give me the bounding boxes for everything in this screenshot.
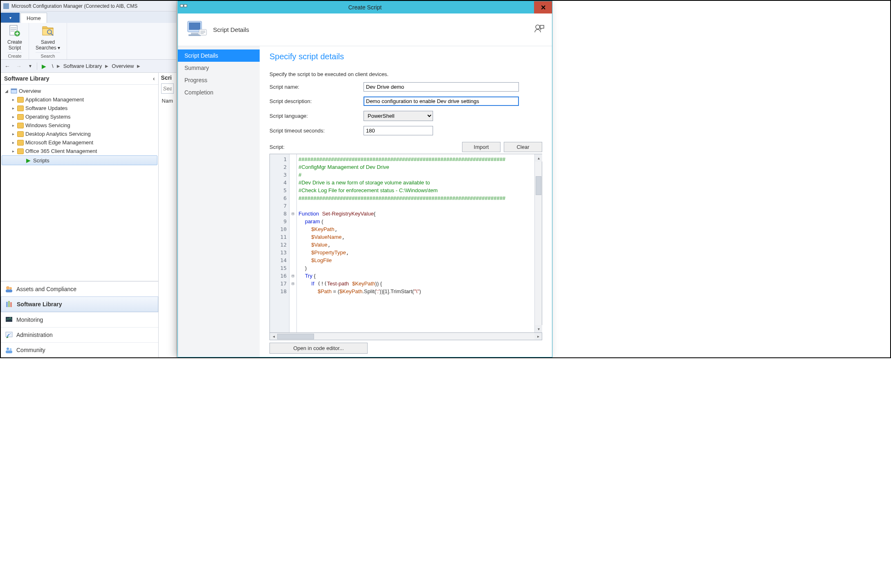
folder-icon xyxy=(17,123,24,128)
tree-node[interactable]: ▸Office 365 Client Management xyxy=(2,147,157,155)
svg-rect-5 xyxy=(11,89,17,90)
svg-point-7 xyxy=(9,287,12,290)
crumb-software-library[interactable]: Software Library xyxy=(62,63,104,69)
svg-rect-16 xyxy=(6,350,12,353)
wunder-monitoring[interactable]: Monitoring xyxy=(1,312,158,327)
create-script-button[interactable]: Create Script xyxy=(7,39,22,51)
nav-history-button[interactable]: ▼ xyxy=(25,61,35,71)
step-summary[interactable]: Summary xyxy=(178,62,260,74)
editor-code[interactable]: ########################################… xyxy=(297,154,534,332)
editor-vscrollbar[interactable]: ▴ ▾ xyxy=(534,154,542,332)
wunder-software-library[interactable]: Software Library xyxy=(1,296,158,312)
file-menu-button[interactable] xyxy=(1,13,20,23)
svg-rect-22 xyxy=(189,34,201,36)
expand-icon[interactable]: ▸ xyxy=(11,149,16,153)
folder-icon xyxy=(17,140,24,146)
wunder-community[interactable]: Community xyxy=(1,342,158,357)
wunder-assets[interactable]: Assets and Compliance xyxy=(1,281,158,296)
tab-home[interactable]: Home xyxy=(20,13,47,23)
ribbon-tabbar: Home xyxy=(1,11,176,23)
svg-point-15 xyxy=(10,348,12,350)
script-timeout-input[interactable] xyxy=(364,126,433,135)
folder-icon xyxy=(17,97,24,103)
step-script-details[interactable]: Script Details xyxy=(178,49,260,62)
nav-back-button[interactable]: ← xyxy=(2,61,12,71)
expand-icon[interactable]: ▸ xyxy=(11,140,16,145)
crumb-overview[interactable]: Overview xyxy=(110,63,135,69)
nav-tree[interactable]: ◢ Overview ▸Application Management ▸Soft… xyxy=(1,85,158,281)
tree-node-overview[interactable]: ◢ Overview xyxy=(2,86,157,95)
app-icon xyxy=(3,3,9,9)
content-heading: Specify script details xyxy=(269,52,542,61)
scroll-thumb[interactable] xyxy=(536,176,541,195)
nav-separator xyxy=(37,63,37,70)
create-script-dialog: Create Script ✕ Script Details Script De… xyxy=(177,1,552,357)
wunder-label: Community xyxy=(16,347,45,353)
crumb-root[interactable]: \ xyxy=(50,63,55,69)
tree-label: Operating Systems xyxy=(25,114,71,120)
wizard-steps: Script Details Summary Progress Completi… xyxy=(178,46,260,357)
expand-icon[interactable]: ◢ xyxy=(4,89,9,93)
script-editor[interactable]: 1 2 3 4 5 6 7 8 9 10 11 12 13 14 15 16 1… xyxy=(269,154,542,333)
expand-icon[interactable]: ▸ xyxy=(11,97,16,102)
dialog-titlebar[interactable]: Create Script ✕ xyxy=(178,1,552,13)
saved-searches-icon xyxy=(41,25,54,38)
step-completion[interactable]: Completion xyxy=(178,86,260,99)
collapse-pane-icon[interactable]: ‹ xyxy=(153,75,155,82)
nav-tree-header: Software Library ‹ xyxy=(1,73,158,85)
script-language-select[interactable]: PowerShell xyxy=(364,111,433,121)
tree-node[interactable]: ▸Desktop Analytics Servicing xyxy=(2,130,157,138)
editor-hscrollbar[interactable]: ◂ ▸ xyxy=(269,333,542,340)
breadcrumb-bar: ← → ▼ ▶ \ ▶ Software Library ▶ Overview … xyxy=(1,60,176,73)
import-button[interactable]: Import xyxy=(462,142,500,152)
ribbon-group-search: Saved Searches ▾ Search xyxy=(29,23,67,59)
clear-button[interactable]: Clear xyxy=(504,142,542,152)
tree-node[interactable]: ▸Windows Servicing xyxy=(2,121,157,130)
overview-icon xyxy=(11,88,17,94)
label-script-description: Script description: xyxy=(269,98,364,104)
hscroll-thumb[interactable] xyxy=(277,334,314,339)
tree-node[interactable]: ▸Software Updates xyxy=(2,104,157,112)
wunder-label: Monitoring xyxy=(16,316,43,323)
wizard-header-title: Script Details xyxy=(213,26,249,33)
column-header-name[interactable]: Nam xyxy=(161,96,174,105)
scroll-right-icon[interactable]: ▸ xyxy=(534,333,542,340)
editor-fold-column[interactable]: ⊟ ⊟ ⊟ xyxy=(290,154,297,332)
svg-point-6 xyxy=(6,286,9,290)
list-pane: Scri Nam xyxy=(159,73,176,357)
expand-icon[interactable]: ▸ xyxy=(11,123,16,128)
close-button[interactable]: ✕ xyxy=(534,1,552,13)
feedback-icon[interactable] xyxy=(534,24,545,36)
saved-searches-button[interactable]: Saved Searches ▾ xyxy=(36,39,60,51)
expand-icon[interactable]: ▸ xyxy=(11,114,16,119)
expand-icon[interactable]: ▸ xyxy=(11,106,16,110)
script-name-input[interactable] xyxy=(364,82,519,92)
scroll-up-icon[interactable]: ▴ xyxy=(535,154,542,162)
scroll-down-icon[interactable]: ▾ xyxy=(535,325,542,332)
script-description-input[interactable] xyxy=(364,97,519,106)
svg-rect-20 xyxy=(189,22,200,30)
assets-icon xyxy=(5,285,13,293)
wunder-administration[interactable]: Administration xyxy=(1,327,158,342)
tree-node[interactable]: ▸Operating Systems xyxy=(2,112,157,121)
search-input[interactable] xyxy=(161,83,174,94)
nav-root-icon[interactable]: ▶ xyxy=(39,61,49,71)
open-in-code-editor-button[interactable]: Open in code editor... xyxy=(269,343,368,354)
svg-rect-18 xyxy=(184,4,187,7)
expand-icon[interactable]: ▸ xyxy=(11,132,16,136)
dialog-system-icon[interactable] xyxy=(180,3,188,11)
create-script-icon xyxy=(8,25,21,38)
tree-node[interactable]: ▸Microsoft Edge Management xyxy=(2,138,157,147)
configmgr-window: Microsoft Configuration Manager (Connect… xyxy=(1,1,177,357)
crumb-sep-3: ▶ xyxy=(137,64,140,68)
scroll-left-icon[interactable]: ◂ xyxy=(270,333,277,340)
tree-node[interactable]: ▸Application Management xyxy=(2,95,157,104)
label-script-name: Script name: xyxy=(269,84,364,90)
folder-icon xyxy=(17,131,24,137)
nav-forward-button[interactable]: → xyxy=(14,61,24,71)
tree-node-scripts[interactable]: ▶Scripts xyxy=(2,155,157,165)
step-progress[interactable]: Progress xyxy=(178,74,260,86)
nav-tree-title: Software Library xyxy=(4,75,49,82)
tree-label: Office 365 Client Management xyxy=(25,148,97,154)
crumb-sep-1: ▶ xyxy=(57,64,60,68)
